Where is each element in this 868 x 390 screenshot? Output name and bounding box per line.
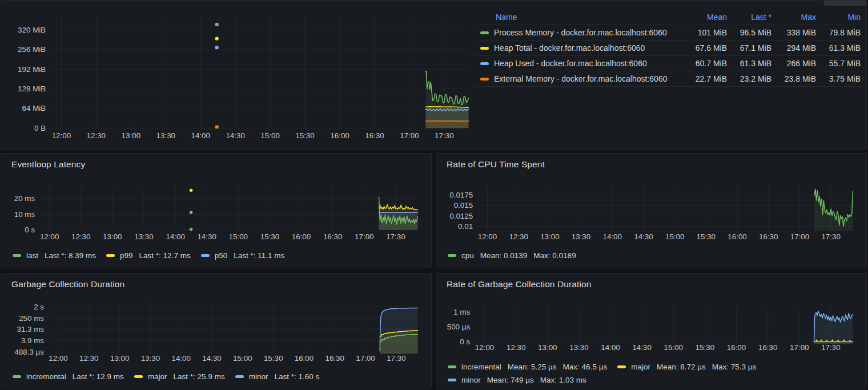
legend-item-p99[interactable]: p99Last *: 12.7 ms [106,251,191,260]
legend-item-last[interactable]: lastLast *: 8.39 ms [13,251,96,260]
svg-text:500 µs: 500 µs [447,323,471,331]
legend-item-minor[interactable]: minorLast *: 1.60 s [235,372,320,381]
legend-swatch [134,375,143,378]
svg-text:12:30: 12:30 [507,343,525,352]
svg-text:13:00: 13:00 [538,343,557,352]
svg-text:14:00: 14:00 [166,232,184,241]
legend-table-header-mean[interactable]: Mean [684,13,728,22]
legend-stat: Max: 46.5 µs [563,363,608,371]
legend-item-major[interactable]: majorMean: 8.72 µsMax: 75.3 µs [617,363,756,371]
svg-text:12:00: 12:00 [49,354,67,363]
legend-series-name: minor [461,376,481,384]
legend-item-minor[interactable]: minorMean: 749 µsMax: 1.03 ms [448,376,586,384]
svg-text:192 MiB: 192 MiB [18,65,46,74]
legend-item-p50[interactable]: p50Last *: 11.1 ms [201,251,285,260]
svg-text:12:00: 12:00 [40,232,59,241]
legend-swatch [617,365,626,368]
legend-table-series-cell[interactable]: Process Memory - docker.for.mac.localhos… [475,28,684,37]
legend-series-name: last [26,251,38,260]
legend-table-value-mean: 101 MiB [684,28,728,37]
legend-series-name: Heap Used - docker.for.mac.localhost:606… [494,59,647,68]
legend-table-value-max: 23.8 MiB [773,74,817,83]
svg-text:20 ms: 20 ms [14,194,35,203]
legend-table-row[interactable]: Process Memory - docker.for.mac.localhos… [475,25,862,41]
gcrate-legend: incrementalMean: 5.25 µsMax: 46.5 µsmajo… [448,363,862,384]
legend-row: lastLast *: 8.39 msp99Last *: 12.7 msp50… [13,251,427,260]
legend-swatch [448,365,456,368]
svg-text:14:30: 14:30 [226,131,244,140]
svg-text:15:00: 15:00 [229,232,248,241]
svg-text:16:00: 16:00 [292,232,311,241]
legend-table-row[interactable]: Heap Used - docker.for.mac.localhost:606… [475,56,862,71]
svg-text:13:30: 13:30 [141,354,160,363]
legend-row: minorMean: 749 µsMax: 1.03 ms [448,376,862,384]
svg-text:15:00: 15:00 [665,232,684,241]
legend-stat: Mean: 749 µs [487,376,534,384]
svg-text:0.0125: 0.0125 [449,212,473,220]
svg-text:15:30: 15:30 [264,354,283,363]
svg-text:16:30: 16:30 [326,354,344,363]
legend-table-header-min[interactable]: Min [817,13,862,22]
svg-text:0 s: 0 s [25,226,35,234]
gc-duration-chart-canvas[interactable]: 12:0012:3013:0013:3014:0014:3015:0015:30… [1,274,431,389]
svg-text:0.0175: 0.0175 [449,191,473,199]
legend-stat: Last *: 11.1 ms [234,251,284,260]
scrollbar-thumb[interactable] [823,1,867,6]
legend-table-row[interactable]: External Memory - docker.for.mac.localho… [475,71,862,87]
svg-text:0.01: 0.01 [458,222,473,231]
legend-row: cpuMean: 0.0139Max: 0.0189 [448,251,862,260]
legend-table-header-last[interactable]: Last * [728,13,773,22]
svg-text:17:30: 17:30 [435,131,453,140]
legend-table-series-cell[interactable]: External Memory - docker.for.mac.localho… [475,74,684,83]
legend-swatch [480,47,489,50]
legend-item-incremental[interactable]: incrementalMean: 5.25 µsMax: 46.5 µs [448,363,607,371]
svg-text:13:00: 13:00 [110,354,129,363]
legend-table-value-last: 96.5 MiB [728,28,773,37]
svg-text:13:30: 13:30 [572,232,590,241]
svg-text:1 ms: 1 ms [453,308,470,316]
svg-text:14:00: 14:00 [601,343,620,352]
svg-text:17:00: 17:00 [790,232,809,241]
svg-text:15:00: 15:00 [664,343,683,352]
legend-table-value-min: 55.7 MiB [817,59,862,68]
svg-text:320 MiB: 320 MiB [18,26,46,34]
svg-text:17:30: 17:30 [386,232,405,241]
eventloop-latency-chart-canvas[interactable]: 12:0012:3013:0013:3014:0014:3015:0015:30… [1,154,431,268]
legend-item-cpu[interactable]: cpuMean: 0.0139Max: 0.0189 [448,251,576,260]
legend-table-value-mean: 67.6 MiB [684,43,728,53]
cpu-rate-chart-canvas[interactable]: 12:0012:3013:0013:3014:0014:3015:0015:30… [436,154,866,268]
svg-text:12:30: 12:30 [87,131,106,140]
legend-table-value-last: 23.2 MiB [728,74,773,83]
legend-table-value-min: 79.8 MiB [817,28,862,37]
eventloop-legend: lastLast *: 8.39 msp99Last *: 12.7 msp50… [13,251,427,260]
legend-series-name: cpu [461,251,474,260]
legend-table-value-mean: 22.7 MiB [684,74,728,83]
legend-table-header-name[interactable]: Name [475,13,684,22]
legend-stat: Last *: 8.39 ms [45,251,96,260]
legend-swatch [480,31,489,34]
legend-table-series-cell[interactable]: Heap Total - docker.for.mac.localhost:60… [475,43,684,53]
legend-table-header-max[interactable]: Max [773,13,817,22]
svg-text:16:00: 16:00 [728,232,746,241]
legend-item-major[interactable]: majorLast *: 25.9 ms [134,372,225,381]
svg-text:15:30: 15:30 [696,343,714,352]
legend-swatch [201,254,210,257]
panel-memory: 12:0012:3013:0013:3014:0014:3015:0015:30… [1,0,867,150]
legend-item-incremental[interactable]: incrementalLast *: 12.9 ms [13,372,124,381]
gc-legend: incrementalLast *: 12.9 msmajorLast *: 2… [13,372,427,381]
svg-text:14:00: 14:00 [171,354,190,363]
svg-text:13:30: 13:30 [569,343,588,352]
legend-swatch [480,62,489,65]
legend-row: incrementalLast *: 12.9 msmajorLast *: 2… [13,372,427,381]
legend-swatch [448,379,456,381]
svg-text:12:30: 12:30 [79,354,98,363]
svg-text:16:00: 16:00 [727,343,746,352]
legend-table-row[interactable]: Heap Total - docker.for.mac.localhost:60… [475,41,862,56]
legend-table-value-max: 266 MiB [773,59,817,68]
svg-text:128 MiB: 128 MiB [18,85,46,93]
svg-text:14:30: 14:30 [634,232,653,241]
svg-text:12:30: 12:30 [509,232,528,241]
svg-text:10 ms: 10 ms [14,210,35,219]
legend-table-series-cell[interactable]: Heap Used - docker.for.mac.localhost:606… [475,59,684,68]
legend-series-name: incremental [461,363,501,371]
